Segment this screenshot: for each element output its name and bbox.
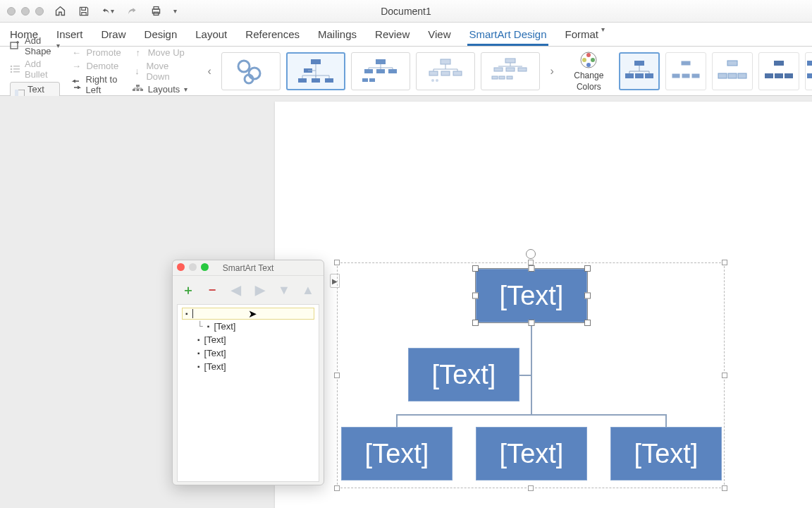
window-traffic-lights[interactable] [7,7,44,16]
resize-handle[interactable] [722,373,727,378]
pane-body[interactable]: ▪ └▪ [Text] ▪ [Text] ▪ [Text] ▪ [Text] [177,304,319,482]
pane-traffic-lights[interactable] [177,263,209,271]
add-bullet-button: Add Bullet [10,59,60,80]
svg-rect-56 [499,76,505,79]
pane-titlebar[interactable]: SmartArt Text [173,260,324,276]
color-wheel-icon [579,51,598,69]
document-area: ▶ [Text] [Text] [Text] [Tex [0,96,812,508]
style-option-3[interactable] [712,52,753,90]
svg-rect-74 [672,73,680,78]
svg-rect-5 [13,66,20,67]
text-pane-item[interactable]: └▪ [Text] [182,320,314,333]
tab-mailings[interactable]: Mailings [316,24,358,46]
node-handle[interactable] [529,320,535,326]
pane-close-dot[interactable] [177,263,185,271]
style-option-2[interactable] [665,52,706,90]
resize-handle[interactable] [722,260,727,265]
svg-point-8 [11,71,13,73]
change-colors-label-1: Change [574,71,603,80]
text-pane-item-text: [Text] [214,321,235,332]
tab-format[interactable]: Format [564,24,601,46]
node-handle[interactable] [472,265,479,272]
add-shape-button[interactable]: Add Shape ▾ [10,35,60,56]
svg-rect-22 [312,78,320,83]
change-colors-label-2: Colors [577,82,601,92]
rtl-icon [71,79,82,90]
style-option-5[interactable] [805,52,812,90]
tab-draw[interactable]: Draw [100,24,128,46]
tab-design[interactable]: Design [143,24,179,46]
svg-rect-65 [634,61,644,66]
pane-add-icon[interactable]: ＋ [182,284,195,296]
tab-review[interactable]: Review [374,24,411,46]
gallery-prev-button[interactable]: ‹ [203,50,216,92]
svg-rect-54 [518,68,527,71]
text-pane-item[interactable]: ▪ [Text] [182,346,314,360]
tab-references[interactable]: References [244,24,301,46]
style-option-4[interactable] [758,52,799,90]
home-icon[interactable] [54,5,66,18]
node-handle[interactable] [584,265,591,272]
smartart-text-pane[interactable]: SmartArt Text ＋ − ◀ ▶ ▼ ▲ ▪ └▪ [Text] ▪ … [172,260,324,485]
text-pane-item[interactable]: ▪ [Text] [182,333,314,346]
qa-customize-chevron-icon[interactable]: ▾ [173,7,177,15]
redo-icon[interactable] [125,5,138,18]
svg-rect-86 [807,73,812,78]
move-down-label: Move Down [146,61,187,82]
layout-option-1[interactable] [221,52,281,90]
smartart-node-top[interactable]: [Text] [476,269,587,322]
layout-option-5[interactable] [481,52,540,90]
smartart-node-child[interactable]: [Text] [476,427,587,480]
close-window-dot[interactable] [7,7,16,16]
svg-rect-12 [136,85,140,87]
minimize-window-dot[interactable] [21,7,30,16]
smartart-frame[interactable]: [Text] [Text] [Text] [Text] [Text] [337,262,725,488]
svg-rect-53 [506,68,515,71]
resize-handle[interactable] [334,373,340,378]
smartart-node-text: [Text] [634,439,699,469]
node-handle[interactable] [472,320,479,326]
resize-handle[interactable] [334,485,340,491]
node-handle[interactable] [584,320,591,326]
layout-option-3[interactable] [351,52,410,90]
svg-point-6 [11,68,13,70]
gallery-next-button[interactable]: › [546,50,558,92]
resize-handle[interactable] [334,260,340,265]
node-handle[interactable] [584,293,591,299]
smartart-node-assistant[interactable]: [Text] [408,348,519,401]
resize-handle[interactable] [528,260,534,265]
change-colors-button[interactable]: Change Colors ▾ [570,51,608,92]
layout-option-2[interactable] [286,52,345,90]
resize-handle[interactable] [722,485,727,491]
tab-smartart-design[interactable]: SmartArt Design [467,24,548,46]
layouts-button[interactable]: Layouts ▾ [133,84,188,95]
move-up-label: Move Up [148,47,185,58]
smartart-node-child[interactable]: [Text] [341,427,453,480]
save-icon[interactable] [78,5,90,18]
rtl-button[interactable]: Right to Left [71,74,121,95]
svg-rect-41 [441,59,450,64]
pane-minimize-dot[interactable] [189,263,197,271]
undo-icon[interactable]: ▾ [102,5,114,18]
smartart-node-child[interactable]: [Text] [610,427,722,480]
connector [396,414,398,428]
print-icon[interactable] [149,5,162,18]
tab-layout[interactable]: Layout [194,24,228,46]
node-handle[interactable] [529,265,535,272]
svg-rect-66 [625,73,634,78]
svg-rect-31 [364,69,373,73]
layout-option-4[interactable] [416,52,475,90]
node-handle[interactable] [472,293,479,299]
zoom-window-dot[interactable] [35,7,44,16]
pane-zoom-dot[interactable] [201,263,209,271]
move-up-button: ↑Move Up [133,47,188,59]
svg-rect-81 [774,61,784,66]
style-option-1[interactable] [619,52,660,90]
text-pane-item[interactable]: ▪ [Text] [182,360,314,373]
svg-rect-35 [369,78,375,82]
rotate-handle[interactable] [526,249,536,259]
svg-rect-78 [718,73,727,78]
tab-view[interactable]: View [426,24,452,46]
pane-remove-icon[interactable]: − [206,284,219,296]
resize-handle[interactable] [528,485,534,491]
